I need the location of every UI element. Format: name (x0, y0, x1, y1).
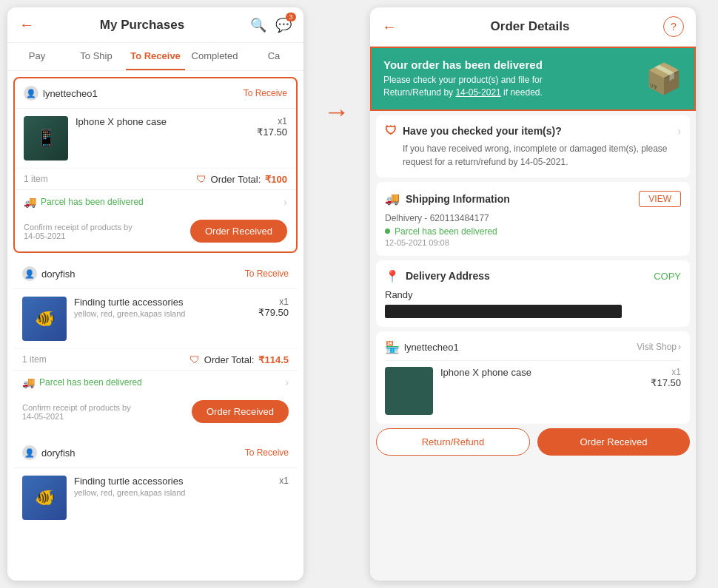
shipping-title: 🚚 Shipping Information (385, 192, 510, 206)
right-header: ← Order Details ? (370, 7, 696, 47)
delivery-row-1[interactable]: 🚚 Parcel has been delivered › (15, 189, 296, 214)
check-items-chevron[interactable]: › (677, 125, 681, 137)
truck-icon-2: 🚚 (22, 376, 35, 388)
location-icon: 📍 (385, 269, 400, 283)
order-status-3: To Receive (245, 447, 289, 458)
chat-icon[interactable]: 💬 3 (275, 17, 292, 33)
shop-name: 🏪 lynettecheo1 (385, 340, 459, 354)
address-header: 📍 Delivery Address COPY (385, 269, 681, 283)
back-button-left[interactable]: ← (19, 16, 34, 33)
left-header: ← My Purchases 🔍 💬 3 (7, 7, 303, 43)
check-items-header: 🛡 Have you checked your item(s)? › (385, 124, 681, 138)
delivery-row-2[interactable]: 🚚 Parcel has been delivered › (13, 370, 298, 394)
order-status-2: To Receive (245, 268, 289, 279)
confirm-text-2: Confirm receipt of products by14-05-2021 (22, 403, 131, 421)
total-amount-1: ₹100 (265, 174, 287, 185)
help-icon[interactable]: ? (663, 16, 684, 37)
truck-icon-1: 🚚 (24, 196, 36, 208)
order-item-1: 📱 Iphone X phone case x1 ₹17.50 (15, 109, 296, 168)
chat-badge: 3 (286, 13, 296, 21)
shop-product-qty-price: x1 ₹17.50 (651, 367, 681, 388)
left-page-title: My Purchases (100, 18, 184, 33)
tab-to-receive[interactable]: To Receive (126, 43, 185, 70)
shop-header: 🏪 lynettecheo1 Visit Shop › (385, 340, 681, 361)
confirm-row-1: Confirm receipt of products by14-05-2021… (15, 214, 296, 251)
product-price-1: ₹17.50 (257, 126, 287, 138)
shipping-header: 🚚 Shipping Information VIEW (385, 191, 681, 207)
tab-to-ship[interactable]: To Ship (67, 43, 126, 70)
shop-product-row: Iphone X phone case x1 ₹17.50 (385, 367, 681, 415)
product-name-2: Finding turtle accessories (74, 297, 251, 308)
product-thumb-2: 🐠 (22, 297, 67, 341)
banner-date-link[interactable]: 14-05-2021 (455, 87, 500, 98)
product-qty-1: x1 (257, 116, 287, 126)
visit-shop-link[interactable]: Visit Shop › (637, 342, 681, 352)
product-qty-3: x1 (279, 476, 289, 486)
order-card-2: 👤 doryfish To Receive 🐠 Finding turtle a… (13, 259, 298, 432)
order-item-2: 🐠 Finding turtle accessories yellow, red… (13, 289, 298, 348)
banner-content: Your order has been delivered Please che… (383, 58, 543, 99)
confirm-row-2: Confirm receipt of products by14-05-2021… (13, 394, 298, 432)
product-thumb-1: 📱 (24, 116, 68, 160)
order-item-3: 🐠 Finding turtle accessories yellow, red… (13, 468, 298, 527)
address-name: Randy (385, 289, 681, 300)
product-variant-2: yellow, red, green,kapas island (74, 309, 251, 318)
shop-product-name: Iphone X phone case (440, 367, 643, 378)
delivery-status-1: 🚚 Parcel has been delivered (24, 196, 144, 208)
status-dot (385, 229, 390, 234)
order-received-btn-1[interactable]: Order Received (190, 220, 287, 243)
check-items-description: If you have received wrong, incomplete o… (385, 142, 681, 169)
order-total-label-1: Order Total: (211, 174, 261, 185)
return-refund-button[interactable]: Return/Refund (376, 428, 530, 456)
product-variant-3: yellow, red, green,kapas island (74, 488, 272, 497)
chevron-right-1: › (283, 196, 287, 208)
order-card-3: 👤 doryfish To Receive 🐠 Finding turtle a… (13, 438, 298, 527)
seller-avatar-1: 👤 (24, 86, 38, 101)
shipping-date: 12-05-2021 09:08 (385, 238, 681, 247)
back-button-right[interactable]: ← (382, 18, 397, 36)
shipping-section: 🚚 Shipping Information VIEW Delhivery - … (376, 182, 690, 256)
search-icon[interactable]: 🔍 (250, 17, 266, 33)
shipping-carrier: Delhivery - 620113484177 (385, 213, 681, 223)
delivered-banner: Your order has been delivered Please che… (370, 47, 696, 111)
check-items-title: 🛡 Have you checked your item(s)? (385, 124, 562, 138)
right-page-title: Order Details (491, 19, 570, 34)
action-buttons: Return/Refund Order Received (376, 428, 690, 456)
product-thumb-3: 🐠 (22, 476, 67, 520)
seller-avatar-3: 👤 (22, 445, 37, 460)
shop-product-info: Iphone X phone case (440, 367, 643, 381)
banner-subtitle: Please check your product(s) and file fo… (383, 74, 543, 99)
shop-section: 🏪 lynettecheo1 Visit Shop › Iphone X pho… (376, 331, 690, 424)
order-total-label-2: Order Total: (204, 354, 255, 365)
product-qty-price-2: x1 ₹79.50 (258, 297, 289, 318)
seller-avatar-2: 👤 (22, 266, 37, 281)
package-icon: 📦 (645, 61, 682, 96)
banner-title: Your order has been delivered (383, 58, 543, 71)
copy-button[interactable]: COPY (654, 271, 681, 282)
product-info-3: Finding turtle accessories yellow, red, … (74, 476, 272, 497)
order-received-button-right[interactable]: Order Received (537, 428, 690, 456)
product-info-1: Iphone X phone case (76, 116, 249, 127)
order-card-2-header: 👤 doryfish To Receive (13, 259, 298, 289)
tab-ca[interactable]: Ca (244, 43, 303, 70)
left-phone: ← My Purchases 🔍 💬 3 Pay To Ship To Rece… (7, 7, 303, 581)
order-status-1: To Receive (244, 88, 287, 98)
right-phone: ← Order Details ? Your order has been de… (370, 7, 696, 581)
shop-product-thumb (385, 367, 433, 415)
view-button[interactable]: VIEW (639, 191, 681, 207)
address-redacted (385, 305, 622, 318)
items-count-1: 1 item (24, 174, 48, 184)
shop-product-price: ₹17.50 (651, 377, 681, 388)
tab-pay[interactable]: Pay (7, 43, 67, 70)
product-qty-2: x1 (258, 297, 289, 307)
truck-shipping-icon: 🚚 (385, 192, 400, 206)
shield-icon-2: 🛡 (189, 354, 200, 365)
shield-icon-1: 🛡 (196, 173, 207, 185)
order-total-row-1: 1 item 🛡 Order Total: ₹100 (15, 168, 296, 189)
tab-completed[interactable]: Completed (185, 43, 244, 70)
delivery-address-section: 📍 Delivery Address COPY Randy (376, 260, 690, 327)
shipping-status: Parcel has been delivered (385, 226, 681, 237)
product-price-2: ₹79.50 (258, 307, 289, 318)
confirm-text-1: Confirm receipt of products by14-05-2021 (24, 223, 132, 240)
order-received-btn-2[interactable]: Order Received (192, 400, 289, 423)
